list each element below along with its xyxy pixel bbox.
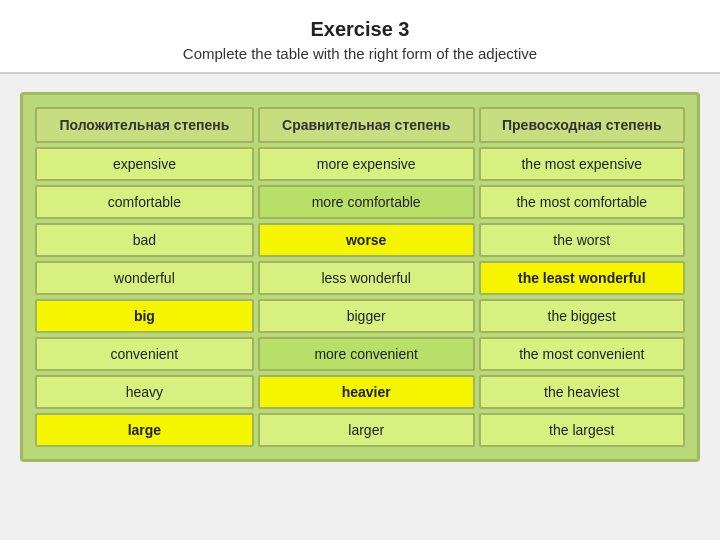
table-header-row: Положительная степень Сравнительная степ…: [35, 107, 685, 143]
cell-row7-col1: larger: [258, 413, 475, 447]
table-row: comfortablemore comfortablethe most comf…: [35, 185, 685, 219]
cell-row5-col0: convenient: [35, 337, 254, 371]
cell-row3-col1: less wonderful: [258, 261, 475, 295]
cell-row6-col1: heavier: [258, 375, 475, 409]
cell-row2-col0: bad: [35, 223, 254, 257]
cell-row1-col2: the most comfortable: [479, 185, 685, 219]
cell-row4-col0: big: [35, 299, 254, 333]
cell-row4-col2: the biggest: [479, 299, 685, 333]
col-header-superlative: Превосходная степень: [479, 107, 685, 143]
table-row: badworsethe worst: [35, 223, 685, 257]
table-row: heavyheavierthe heaviest: [35, 375, 685, 409]
cell-row6-col2: the heaviest: [479, 375, 685, 409]
page-header: Exercise 3 Complete the table with the r…: [0, 0, 720, 74]
exercise-title: Exercise 3: [20, 18, 700, 41]
exercise-subtitle: Complete the table with the right form o…: [20, 45, 700, 62]
table-row: convenientmore convenientthe most conven…: [35, 337, 685, 371]
table-row: bigbiggerthe biggest: [35, 299, 685, 333]
table-row: largelargerthe largest: [35, 413, 685, 447]
col-header-positive: Положительная степень: [35, 107, 254, 143]
table-row: wonderfulless wonderfulthe least wonderf…: [35, 261, 685, 295]
cell-row7-col2: the largest: [479, 413, 685, 447]
cell-row3-col0: wonderful: [35, 261, 254, 295]
cell-row1-col0: comfortable: [35, 185, 254, 219]
cell-row5-col1: more convenient: [258, 337, 475, 371]
col-header-comparative: Сравнительная степень: [258, 107, 475, 143]
cell-row7-col0: large: [35, 413, 254, 447]
adjective-table: Положительная степень Сравнительная степ…: [31, 103, 689, 451]
cell-row0-col0: expensive: [35, 147, 254, 181]
cell-row3-col2: the least wonderful: [479, 261, 685, 295]
table-row: expensivemore expensivethe most expensiv…: [35, 147, 685, 181]
cell-row5-col2: the most convenient: [479, 337, 685, 371]
cell-row2-col1: worse: [258, 223, 475, 257]
table-wrapper: Положительная степень Сравнительная степ…: [20, 92, 700, 462]
cell-row0-col1: more expensive: [258, 147, 475, 181]
cell-row1-col1: more comfortable: [258, 185, 475, 219]
cell-row2-col2: the worst: [479, 223, 685, 257]
cell-row6-col0: heavy: [35, 375, 254, 409]
cell-row0-col2: the most expensive: [479, 147, 685, 181]
cell-row4-col1: bigger: [258, 299, 475, 333]
